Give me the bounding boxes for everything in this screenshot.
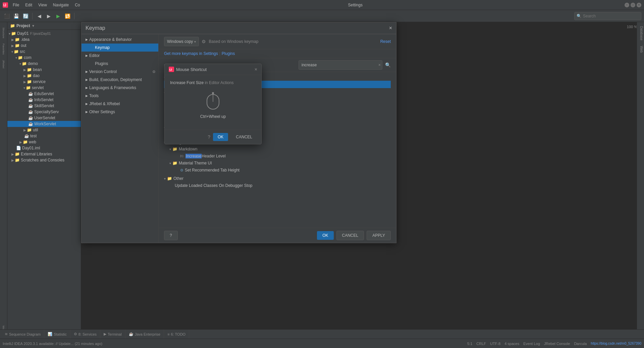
shortcut-label: Ctrl+Wheel up bbox=[170, 114, 256, 119]
side-tool-database[interactable]: Database bbox=[637, 23, 644, 43]
status-url: https://blog.csdn.net/m0_5267390 bbox=[591, 342, 641, 345]
save-button[interactable]: 💾 bbox=[12, 12, 20, 20]
tree-ext-libs[interactable]: ▶ 📁 External Libraries bbox=[7, 151, 81, 157]
tree-test[interactable]: ☕ test bbox=[7, 133, 81, 139]
nav-keymap[interactable]: Keymap bbox=[82, 44, 158, 52]
tree-web[interactable]: ▶ 📁 web bbox=[7, 139, 81, 145]
nav-appearance[interactable]: ▶ Appearance & Behavior bbox=[82, 36, 158, 44]
update-info[interactable]: IntelliJ IDEA 2020.3.1 available: // Upd… bbox=[3, 342, 102, 346]
status-indent[interactable]: 4 spaces bbox=[504, 342, 519, 346]
keymap-settings-btn[interactable]: ⚙ bbox=[202, 39, 206, 44]
keymap-selector[interactable]: Windows copy ▾ bbox=[164, 37, 199, 46]
dialog-close-button[interactable]: × bbox=[255, 67, 257, 72]
nav-plugins[interactable]: Plugins bbox=[82, 60, 158, 68]
nav-editor[interactable]: ▶ Editor bbox=[82, 52, 158, 60]
tab-services[interactable]: ⚙ 8: Services bbox=[70, 330, 100, 339]
folder-icon: 📁 bbox=[15, 152, 20, 156]
status-line-sep[interactable]: CRLF bbox=[476, 342, 486, 346]
nav-tools[interactable]: ▶ Tools bbox=[82, 92, 158, 100]
mouse-shortcut-dialog: IJ Mouse Shortcut × Increase Font Size i… bbox=[164, 64, 262, 144]
side-tool-web[interactable]: Web bbox=[637, 43, 644, 55]
tool-jrebel[interactable]: JRebel bbox=[1, 57, 6, 71]
maximize-button[interactable]: □ bbox=[631, 3, 635, 7]
status-jrebel[interactable]: JRebel Console bbox=[544, 342, 570, 346]
tree-root[interactable]: ▾ 📁 Day01 F:\java\Day01 bbox=[7, 30, 81, 37]
tree-dao[interactable]: ▶ 📁 dao bbox=[7, 73, 81, 79]
markdown-section[interactable]: ▾ 📁 Markdown bbox=[164, 146, 391, 152]
tool-structure[interactable]: Structure bbox=[1, 25, 6, 41]
find-shortcut-btn[interactable]: 🔍 bbox=[385, 62, 391, 68]
nav-plugins-label: Plugins bbox=[91, 61, 108, 66]
dialog-cancel-button[interactable]: CANCEL bbox=[231, 133, 257, 141]
plugins-link[interactable]: Plugins bbox=[222, 51, 235, 56]
menu-co[interactable]: Co bbox=[72, 2, 83, 8]
back-button[interactable]: ◀ bbox=[35, 12, 43, 20]
help-question-btn[interactable]: ? bbox=[164, 231, 178, 240]
tab-statistic[interactable]: 📊 Statistic bbox=[44, 330, 70, 339]
keymap-search-input[interactable] bbox=[299, 63, 377, 67]
menu-edit[interactable]: Edit bbox=[22, 2, 35, 8]
other-header[interactable]: ▾ 📁 Other bbox=[164, 175, 391, 182]
sync-button[interactable]: 🔄 bbox=[21, 12, 30, 20]
settings-close-button[interactable]: × bbox=[389, 25, 392, 31]
status-theme[interactable]: Darcula bbox=[574, 342, 587, 346]
search-clear-icon[interactable]: × bbox=[377, 63, 382, 67]
tab-terminal[interactable]: ▶ Terminal bbox=[100, 330, 125, 339]
tree-info-servlet[interactable]: ☕ InfoServlet bbox=[7, 97, 81, 103]
tab-todo[interactable]: ≡ 6: TODO bbox=[164, 330, 189, 339]
toolbar-search[interactable]: 🔍 bbox=[574, 12, 641, 20]
material-theme-section[interactable]: ▾ 📁 Material Theme UI bbox=[164, 160, 391, 166]
build-button[interactable]: ▶ bbox=[54, 12, 62, 20]
nav-jrebel[interactable]: ▶ JRebel & XRebel bbox=[82, 100, 158, 108]
tree-edu-servlet[interactable]: ☕ EduServlet bbox=[7, 91, 81, 97]
tree-demo[interactable]: ▾ 📁 demo bbox=[7, 61, 81, 67]
tab-java-enterprise[interactable]: ☕ Java Enterprise bbox=[125, 330, 164, 339]
toolbar-search-input[interactable] bbox=[583, 14, 639, 18]
nav-other[interactable]: ▶ Other Settings bbox=[82, 108, 158, 116]
dialog-help-icon[interactable]: ? bbox=[208, 134, 210, 140]
tree-out[interactable]: ▶ 📁 out bbox=[7, 43, 81, 49]
apply-button[interactable]: APPLY bbox=[367, 231, 391, 240]
dialog-ok-button[interactable]: OK bbox=[213, 133, 228, 141]
status-encoding[interactable]: UTF-8 bbox=[490, 342, 500, 346]
tree-src[interactable]: ▾ 📁 src bbox=[7, 49, 81, 55]
tree-work-servlet[interactable]: ☕ WorkServlet bbox=[7, 121, 81, 127]
debug-button[interactable]: 🔁 bbox=[63, 12, 71, 20]
increase-header-level-row[interactable]: H↑ Increase Header Level bbox=[164, 152, 391, 160]
tree-skill-servlet[interactable]: ☕ SkillServlet bbox=[7, 103, 81, 109]
tree-root-path: F:\java\Day01 bbox=[30, 32, 51, 36]
tree-idea[interactable]: ▶ 📁 .idea bbox=[7, 37, 81, 43]
nav-langs[interactable]: ▶ Languages & Frameworks bbox=[82, 84, 158, 92]
menu-view[interactable]: View bbox=[36, 2, 50, 8]
nav-vcs[interactable]: ▶ Version Control ⚙ bbox=[82, 68, 158, 76]
status-event-log[interactable]: Event Log bbox=[523, 342, 540, 346]
tree-com[interactable]: ▾ 📁 com bbox=[7, 55, 81, 61]
cancel-button[interactable]: CANCEL bbox=[336, 231, 364, 240]
forward-button[interactable]: ▶ bbox=[45, 12, 53, 20]
menu-navigate[interactable]: Navigate bbox=[50, 2, 71, 8]
get-more-keymaps-link[interactable]: Get more keymaps in Settings bbox=[164, 51, 218, 56]
tree-service[interactable]: ▶ 📁 service bbox=[7, 79, 81, 85]
nav-build[interactable]: ▶ Build, Execution, Deployment bbox=[82, 76, 158, 84]
tree-bean[interactable]: ▶ 📁 bean bbox=[7, 67, 81, 73]
status-position[interactable]: 5:1 bbox=[467, 342, 472, 346]
tab-sequence-diagram[interactable]: ≋ Sequence Diagram bbox=[1, 330, 44, 339]
tree-util[interactable]: ▶ 📁 util bbox=[7, 127, 81, 133]
minimize-button[interactable]: − bbox=[625, 3, 629, 7]
menu-file[interactable]: File bbox=[10, 2, 22, 8]
mouse-visual: Ctrl+Wheel up bbox=[170, 92, 256, 119]
tree-scratches[interactable]: ▶ 📁 Scratches and Consoles bbox=[7, 157, 81, 163]
ok-button[interactable]: OK bbox=[317, 231, 333, 240]
set-tab-height-row[interactable]: ⚙ Set Recommended Tab Height bbox=[164, 166, 391, 174]
update-classes-row[interactable]: Update Loaded Classes On Debugger Stop bbox=[164, 182, 391, 189]
close-button[interactable]: × bbox=[637, 3, 641, 7]
project-dropdown-arrow[interactable]: ▾ bbox=[32, 23, 34, 28]
tree-extlib-label: External Libraries bbox=[21, 152, 52, 156]
tree-day01-iml[interactable]: 📄 Day01.iml bbox=[7, 145, 81, 151]
tree-servlet[interactable]: ▾ 📁 servlet bbox=[7, 85, 81, 91]
reset-link[interactable]: Reset bbox=[380, 39, 391, 44]
tree-specialty-servlet[interactable]: ☕ SpecialtyServ bbox=[7, 109, 81, 115]
tool-favorites[interactable]: Favorites bbox=[1, 41, 6, 57]
tree-user-servlet[interactable]: ☕ UserServlet bbox=[7, 115, 81, 121]
project-view-toggle[interactable]: ⬛ bbox=[3, 12, 11, 20]
